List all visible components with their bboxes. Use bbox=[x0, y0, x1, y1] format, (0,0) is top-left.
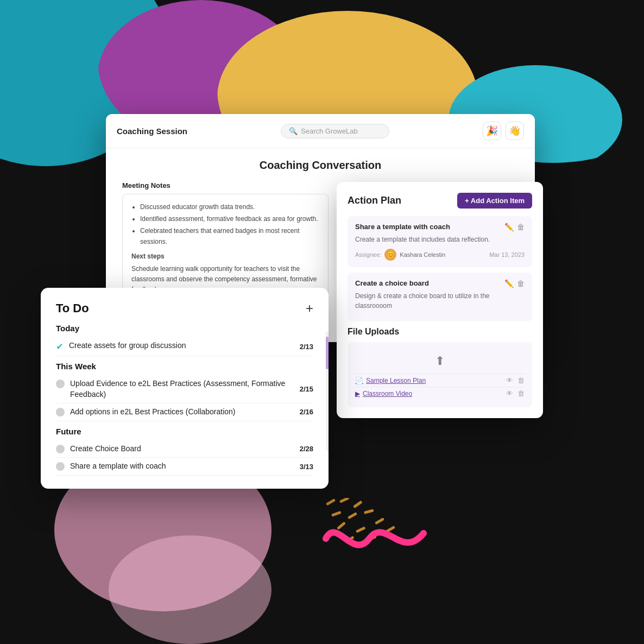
page-heading: Coaching Conversation bbox=[122, 159, 519, 172]
file-doc-icon-1: 📄 bbox=[355, 377, 363, 384]
action-plan-panel: Action Plan + Add Action Item Share a te… bbox=[337, 182, 543, 418]
file-name-1: Sample Lesson Plan bbox=[366, 377, 426, 384]
todo-item-week-1-text: Upload Evidence to e2L Best Practices (A… bbox=[70, 378, 293, 400]
todo-item-week-2-left: Add options in e2L Best Practices (Colla… bbox=[56, 407, 293, 418]
delete-file-icon-2[interactable]: 🗑 bbox=[517, 389, 525, 397]
svg-rect-1 bbox=[339, 498, 349, 503]
todo-item-today-1-left: ✔ Create assets for group discussion bbox=[56, 340, 293, 352]
todo-item-today-1-date: 2/13 bbox=[300, 343, 313, 351]
action-item-2: Create a choice board ✏️ 🗑 Design & crea… bbox=[348, 273, 532, 321]
browser-title: Coaching Session bbox=[117, 127, 187, 136]
hand-icon: 👋 bbox=[509, 125, 521, 137]
edit-icon[interactable]: ✏️ bbox=[504, 223, 514, 231]
view-icon-1[interactable]: 👁 bbox=[506, 376, 513, 384]
todo-title: To Do bbox=[56, 301, 89, 315]
add-action-item-button[interactable]: + Add Action Item bbox=[457, 193, 532, 209]
todo-item-week-2-date: 2/16 bbox=[300, 408, 313, 416]
action-item-1-date: Mar 13, 2023 bbox=[489, 251, 525, 258]
todo-card: To Do + Today ✔ Create assets for group … bbox=[41, 288, 329, 489]
file-uploads-panel: File Uploads ⬆ 📄 Sample Lesson Plan 👁 🗑 … bbox=[348, 327, 532, 407]
file-item-2-icons: 👁 🗑 bbox=[506, 389, 525, 397]
action-item-1-top: Share a template with coach ✏️ 🗑 bbox=[355, 223, 525, 231]
action-item-1-footer: Assignee: 😊 Kashara Celestin Mar 13, 202… bbox=[355, 249, 525, 261]
todo-item-future-1-date: 2/28 bbox=[300, 445, 313, 453]
check-pending-icon-2 bbox=[56, 408, 65, 416]
meeting-notes-list: Discussed educator growth data trends. I… bbox=[131, 202, 319, 247]
todo-item-week-1-date: 2/15 bbox=[300, 385, 313, 393]
file-item-2: ▶ Classroom Video 👁 🗑 bbox=[355, 387, 525, 400]
todo-item-week-2-text: Add options in e2L Best Practices (Colla… bbox=[70, 407, 236, 418]
delete-file-icon-1[interactable]: 🗑 bbox=[517, 376, 525, 384]
todo-item-future-1: Create Choice Board 2/28 bbox=[56, 440, 313, 458]
next-steps-label: Next steps bbox=[131, 251, 319, 262]
todo-header: To Do + bbox=[56, 301, 313, 316]
todo-scrollbar[interactable] bbox=[326, 331, 329, 451]
file-doc-icon-2: ▶ bbox=[355, 390, 360, 397]
meeting-note-2: Identified assessment, formative feedbac… bbox=[140, 214, 319, 224]
party-icon-btn[interactable]: 🎉 bbox=[483, 122, 501, 140]
todo-item-week-2: Add options in e2L Best Practices (Colla… bbox=[56, 403, 313, 421]
todo-item-future-2: Share a template with coach 3/13 bbox=[56, 458, 313, 476]
check-pending-icon-3 bbox=[56, 445, 65, 453]
action-item-2-desc: Design & create a choice board to utiliz… bbox=[355, 291, 525, 311]
check-pending-icon-1 bbox=[56, 380, 65, 388]
todo-item-future-1-left: Create Choice Board bbox=[56, 444, 293, 454]
view-icon-2[interactable]: 👁 bbox=[506, 389, 513, 397]
action-item-1: Share a template with coach ✏️ 🗑 Create … bbox=[348, 216, 532, 267]
file-uploads-box: ⬆ 📄 Sample Lesson Plan 👁 🗑 ▶ Classroom V… bbox=[348, 342, 532, 407]
file-link-2[interactable]: ▶ Classroom Video bbox=[355, 390, 412, 397]
action-item-2-icons: ✏️ 🗑 bbox=[504, 279, 525, 288]
action-item-1-desc: Create a template that includes data ref… bbox=[355, 235, 525, 244]
file-link-1[interactable]: 📄 Sample Lesson Plan bbox=[355, 377, 426, 384]
svg-rect-0 bbox=[326, 498, 336, 506]
bg-pink2-shape bbox=[109, 535, 272, 644]
action-plan-header: Action Plan + Add Action Item bbox=[348, 193, 532, 209]
assignee-info: Assignee: 😊 Kashara Celestin bbox=[355, 249, 445, 261]
check-done-icon: ✔ bbox=[56, 341, 64, 352]
action-item-1-icons: ✏️ 🗑 bbox=[504, 223, 525, 231]
squiggle-decoration bbox=[320, 506, 429, 573]
assignee-name: Kashara Celestin bbox=[400, 251, 445, 258]
todo-item-week-1: Upload Evidence to e2L Best Practices (A… bbox=[56, 375, 313, 403]
todo-section-today: Today bbox=[56, 324, 313, 333]
assignee-avatar: 😊 bbox=[384, 249, 396, 261]
todo-section-thisweek: This Week bbox=[56, 362, 313, 371]
todo-item-today-1-text: Create assets for group discussion bbox=[69, 340, 186, 351]
assignee-label: Assignee: bbox=[355, 251, 381, 258]
todo-item-week-1-left: Upload Evidence to e2L Best Practices (A… bbox=[56, 378, 293, 400]
upload-icon[interactable]: ⬆ bbox=[435, 354, 445, 368]
todo-add-button[interactable]: + bbox=[306, 301, 313, 316]
hand-icon-btn[interactable]: 👋 bbox=[506, 122, 524, 140]
search-placeholder: Search GroweLab bbox=[301, 127, 358, 135]
browser-header: Coaching Session 🔍 Search GroweLab 🎉 👋 bbox=[106, 114, 535, 148]
check-pending-icon-4 bbox=[56, 462, 65, 471]
action-item-1-title: Share a template with coach bbox=[355, 223, 450, 231]
todo-section-future: Future bbox=[56, 427, 313, 436]
file-uploads-title: File Uploads bbox=[348, 327, 532, 337]
meeting-note-1: Discussed educator growth data trends. bbox=[140, 202, 319, 212]
party-icon: 🎉 bbox=[486, 125, 498, 137]
file-item-1-icons: 👁 🗑 bbox=[506, 376, 525, 384]
todo-item-today-1: ✔ Create assets for group discussion 2/1… bbox=[56, 337, 313, 356]
file-item-1: 📄 Sample Lesson Plan 👁 🗑 bbox=[355, 374, 525, 387]
todo-item-future-2-text: Share a template with coach bbox=[70, 461, 166, 472]
action-item-2-title: Create a choice board bbox=[355, 279, 429, 287]
todo-item-future-2-date: 3/13 bbox=[300, 463, 313, 471]
header-icons: 🎉 👋 bbox=[483, 122, 524, 140]
action-item-2-top: Create a choice board ✏️ 🗑 bbox=[355, 279, 525, 288]
todo-item-future-1-text: Create Choice Board bbox=[70, 444, 141, 454]
edit-icon-2[interactable]: ✏️ bbox=[504, 279, 514, 288]
action-plan-title: Action Plan bbox=[348, 195, 401, 206]
delete-icon[interactable]: 🗑 bbox=[517, 223, 525, 231]
upload-btn-area: ⬆ bbox=[355, 350, 525, 374]
meeting-note-3: Celebrated teachers that earned badges i… bbox=[140, 226, 319, 247]
meeting-notes-box: Discussed educator growth data trends. I… bbox=[122, 194, 329, 304]
search-icon: 🔍 bbox=[289, 127, 298, 135]
todo-item-future-2-left: Share a template with coach bbox=[56, 461, 293, 472]
assignee-emoji: 😊 bbox=[387, 251, 395, 258]
search-bar[interactable]: 🔍 Search GroweLab bbox=[281, 124, 389, 138]
file-name-2: Classroom Video bbox=[363, 390, 412, 397]
delete-icon-2[interactable]: 🗑 bbox=[517, 279, 525, 288]
todo-scrollbar-thumb[interactable] bbox=[326, 337, 329, 369]
